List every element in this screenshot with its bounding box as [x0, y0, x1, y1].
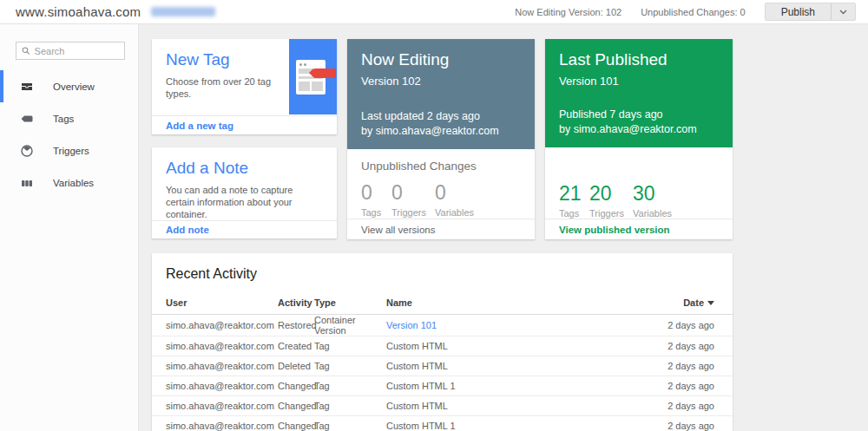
sort-desc-icon: [707, 301, 714, 305]
table-row: simo.ahava@reaktor.com Created Tag Custo…: [152, 336, 733, 356]
col-user: User: [152, 293, 278, 315]
unpublished-changes-label: Unpublished Changes: 0: [641, 7, 745, 17]
tag-icon: [20, 112, 34, 126]
search-input[interactable]: [35, 46, 119, 56]
stat-triggers: 0 Triggers: [391, 181, 435, 218]
now-editing-header: Now Editing Version 102 Last updated 2 d…: [347, 39, 535, 149]
chevron-down-icon: [839, 10, 847, 15]
sidebar-item-label: Overview: [53, 82, 95, 92]
recent-activity-title: Recent Activity: [152, 253, 733, 293]
table-row: simo.ahava@reaktor.com Deleted Tag Custo…: [152, 356, 733, 376]
sidebar: Overview Tags Triggers Variables: [0, 24, 139, 431]
sidebar-item-label: Variables: [53, 178, 94, 188]
stat-variables: 30 Variables: [633, 182, 672, 219]
last-published-header: Last Published Version 101 Published 7 d…: [545, 39, 733, 147]
container-name: www.simoahava.com: [16, 4, 141, 19]
stat-tags: 21 Tags: [559, 182, 589, 219]
table-row: simo.ahava@reaktor.com Changed Tag Custo…: [152, 396, 733, 416]
sidebar-item-triggers[interactable]: Triggers: [0, 134, 138, 167]
recent-activity-table: User Activity Type Name Date simo.ahava@…: [152, 293, 733, 431]
now-editing-version: Version 102: [361, 75, 521, 88]
table-header-row: User Activity Type Name Date: [152, 293, 733, 315]
search-icon: [22, 46, 30, 56]
red-tag-icon: [313, 69, 336, 78]
main-content: New Tag Choose from over 20 tag types.: [139, 24, 868, 431]
gtm-app-window: www.simoahava.com Now Editing Version: 1…: [0, 0, 868, 431]
new-tag-illustration: [289, 39, 337, 114]
col-activity: Activity: [278, 293, 314, 315]
trigger-icon: [20, 144, 34, 158]
stat-triggers: 20 Triggers: [589, 182, 633, 219]
sidebar-item-tags[interactable]: Tags: [0, 102, 138, 134]
publish-dropdown-button[interactable]: [832, 3, 855, 20]
add-note-title: Add a Note: [166, 159, 323, 178]
redacted-container-id: [151, 7, 215, 16]
top-bar: www.simoahava.com Now Editing Version: 1…: [0, 0, 868, 24]
view-all-versions-action[interactable]: View all versions: [347, 219, 535, 239]
version-link[interactable]: Version 101: [386, 320, 437, 330]
now-editing-card: Now Editing Version 102 Last updated 2 d…: [347, 39, 535, 239]
last-published-line1: Published 7 days ago: [559, 108, 719, 122]
last-published-card: Last Published Version 101 Published 7 d…: [545, 39, 733, 239]
new-tag-card: New Tag Choose from over 20 tag types.: [152, 39, 337, 134]
browser-window-icon: [296, 60, 326, 95]
stat-variables: 0 Variables: [435, 181, 474, 218]
overview-icon: [20, 80, 34, 94]
publish-button[interactable]: Publish: [765, 3, 856, 21]
sidebar-item-variables[interactable]: Variables: [0, 167, 138, 199]
view-published-version-action[interactable]: View published version: [545, 219, 733, 239]
active-indicator: [0, 70, 3, 102]
table-row: simo.ahava@reaktor.com Changed Tag Custo…: [152, 376, 733, 396]
last-published-title: Last Published: [559, 50, 719, 69]
table-row: simo.ahava@reaktor.com Restored Containe…: [152, 315, 733, 336]
now-editing-title: Now Editing: [361, 50, 521, 69]
stat-tags: 0 Tags: [361, 181, 391, 218]
now-editing-updated-line1: Last updated 2 days ago: [361, 109, 521, 124]
now-editing-version-label: Now Editing Version: 102: [515, 7, 621, 17]
add-new-tag-action[interactable]: Add a new tag: [152, 115, 337, 134]
sidebar-item-overview[interactable]: Overview: [0, 70, 138, 102]
now-editing-updated-line2: by simo.ahava@reaktor.com: [361, 124, 521, 139]
add-note-action[interactable]: Add note: [152, 220, 337, 238]
recent-activity-card: Recent Activity User Activity Type Name …: [152, 253, 733, 431]
add-note-description: You can add a note to capture certain in…: [166, 184, 323, 220]
last-published-version: Version 101: [559, 75, 719, 88]
sidebar-item-label: Tags: [53, 114, 74, 124]
sidebar-item-label: Triggers: [53, 146, 89, 156]
add-note-card: Add a Note You can add a note to capture…: [152, 147, 337, 238]
col-name: Name: [386, 293, 663, 315]
publish-button-label[interactable]: Publish: [766, 3, 831, 20]
new-tag-description: Choose from over 20 tag types.: [166, 75, 287, 100]
unpublished-changes-title: Unpublished Changes: [361, 160, 521, 173]
variables-icon: [20, 176, 34, 190]
col-type: Type: [314, 293, 386, 315]
col-date-sort[interactable]: Date: [663, 293, 733, 315]
search-box[interactable]: [16, 42, 125, 60]
last-published-line2: by simo.ahava@reaktor.com: [559, 122, 719, 137]
table-row: simo.ahava@reaktor.com Changed Tag Custo…: [152, 416, 733, 431]
